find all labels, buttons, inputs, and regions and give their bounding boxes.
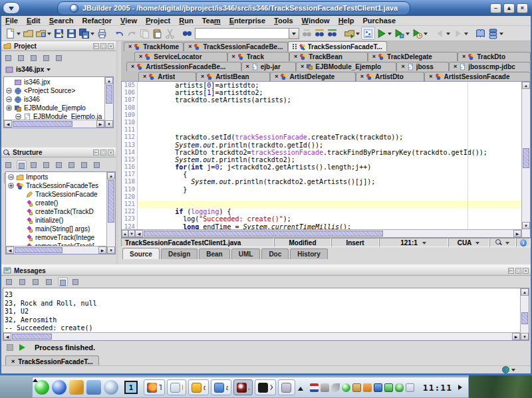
replace-in-path-button[interactable] [326,27,338,40]
scroll-right-icon[interactable]: ▶ [512,333,520,340]
chevron-down-icon[interactable] [406,33,410,37]
chevron-down-icon[interactable] [17,33,21,37]
structure-panel-close-button[interactable]: × [108,149,114,155]
project-tree-item[interactable]: <Project Source> [5,86,104,95]
errors-check-icon[interactable] [80,160,90,169]
paste-button[interactable] [151,27,164,40]
clear-output-icon[interactable] [18,277,28,286]
chevron-down-icon[interactable] [356,33,360,37]
maximize-button[interactable]: ▲ [503,3,515,13]
find-button[interactable] [181,27,194,40]
scroll-right-icon[interactable]: ▶ [96,120,104,128]
view-tab-bean[interactable]: Bean [199,249,229,259]
user-icon[interactable] [395,383,404,392]
code-line-122[interactable]: 122 if (logging) { [122,208,521,215]
structure-tree-vscrollbar[interactable]: ▲ ▼ [106,172,115,254]
taskbar-task-thr[interactable]: Thr [144,379,165,395]
close-icon[interactable]: × [294,54,297,60]
group-visibility-icon[interactable] [67,160,77,169]
save-output-icon[interactable] [71,277,81,286]
messages-panel-dock-button[interactable]: ⊢ [508,268,514,274]
editor-tab-jboss[interactable]: ×ejboss [396,62,449,71]
taskbar-task-ev[interactable]: Ev [167,379,186,395]
close-icon[interactable]: × [301,64,304,70]
close-icon[interactable]: × [462,54,466,60]
tree-expander-icon[interactable] [6,88,12,94]
editor-tab-trackhome[interactable]: ×TrackHome [124,42,184,51]
scroll-up-icon[interactable]: ▲ [522,82,530,89]
menu-purchase[interactable]: Purchase [363,17,396,25]
chevron-down-icon[interactable] [464,33,468,37]
editor-tab-tracksessionfacadet-[interactable]: TrackSessionFacadeT... [288,41,387,51]
chevron-down-icon[interactable] [47,33,51,37]
editor-tab-jbosscmp-jdbc[interactable]: ×ejbosscmp-jdbc [449,62,531,71]
menu-view[interactable]: View [120,17,137,25]
structure-tree-item[interactable]: main(String[] args) [7,225,106,233]
find-again-output-icon[interactable] [45,277,55,286]
close-icon[interactable]: × [128,44,132,50]
menu-refactor[interactable]: Refactor [82,17,112,25]
code-line-109[interactable]: 109 [122,112,521,119]
sort-mode-icon[interactable] [4,160,14,169]
close-icon[interactable]: × [11,358,15,365]
scroll-up-icon[interactable]: ▲ [521,288,529,296]
structure-tree-item[interactable]: create() [7,199,106,207]
chevron-down-icon[interactable] [388,33,392,37]
taskbar-task-a[interactable]: A [278,379,295,395]
code-line-110[interactable]: 110 [122,119,521,126]
code-line-117[interactable]: 117 { [122,171,521,178]
project-tree-item[interactable]: is346 [5,95,104,104]
show-properties-icon[interactable] [55,160,65,169]
scroll-left-icon[interactable]: ◀ [3,333,11,340]
scroll-thumb[interactable] [144,231,383,237]
chevron-down-icon[interactable] [424,33,428,37]
chevron-down-icon[interactable] [289,28,299,39]
structure-tree-item[interactable]: TrackSessionFacadeTes [7,181,106,190]
messages-hscrollbar[interactable]: ◀ ▶ [3,332,520,340]
close-icon[interactable]: × [201,74,204,80]
home-launcher-icon[interactable] [86,380,101,395]
editor-tab-ejbmodule-ejemplo[interactable]: ×EJBModule_Ejemplo [296,62,396,71]
run-icon[interactable] [19,344,29,351]
scroll-down-icon[interactable]: ▼ [521,333,529,340]
profile-button[interactable] [411,27,429,40]
close-icon[interactable]: × [143,74,146,80]
find-in-path-button[interactable] [313,27,326,40]
open-project-button[interactable] [35,27,53,40]
chevron-down-icon[interactable] [446,33,450,37]
code-line-114[interactable]: 114 TrackDto trackdto2=trackSessionFacad… [122,149,521,156]
titlebar[interactable]: JBuilder 2005 - /home/digital/jbproject/… [0,0,532,16]
close-button[interactable]: × [517,3,528,13]
code-line-120[interactable]: 120 [122,193,521,201]
tree-expander-icon[interactable] [15,114,21,120]
project-panel-maximize-button[interactable]: □ [100,43,106,49]
view-tab-doc[interactable]: Doc [261,249,289,259]
editor-hscrollbar[interactable]: ▲ ▼ ◀ ▶ [122,229,521,237]
editor-vscrollbar[interactable]: ▲ ▼ [521,82,530,237]
code-line-111[interactable]: 111 [122,126,521,134]
desktop-pager[interactable]: 1 [124,381,138,394]
code-line-123[interactable]: 123 log("Succeeded: create()"); [122,215,521,223]
taskbar-task-dig[interactable]: dig [188,379,209,395]
close-icon[interactable]: × [275,74,278,80]
scroll-left-icon[interactable]: ◀ [4,120,12,128]
scroll-thumb[interactable] [108,180,114,223]
refresh-project-icon[interactable] [42,53,52,62]
close-icon[interactable]: × [429,74,432,80]
project-selector-combo[interactable]: is346.jpx [3,64,114,75]
open-file-button[interactable] [22,27,35,40]
capture-icon[interactable] [384,383,393,392]
project-tree-vscrollbar[interactable]: ▲ ▼ [104,77,113,128]
scroll-left-icon[interactable]: ◀ [135,230,143,237]
lock-icon[interactable] [321,383,329,392]
scroll-thumb[interactable] [523,148,529,168]
view-tab-uml[interactable]: UML [231,249,261,259]
view-tab-source[interactable]: Source [122,248,160,259]
scroll-thumb[interactable] [521,312,528,324]
taskbar-clock[interactable]: 11:11 [423,383,452,393]
sync-source-icon[interactable] [92,160,102,169]
menu-search[interactable]: Search [49,17,74,25]
window-menu-button[interactable] [3,2,20,14]
web-launcher-icon[interactable] [104,380,118,395]
save-button[interactable] [65,27,78,40]
